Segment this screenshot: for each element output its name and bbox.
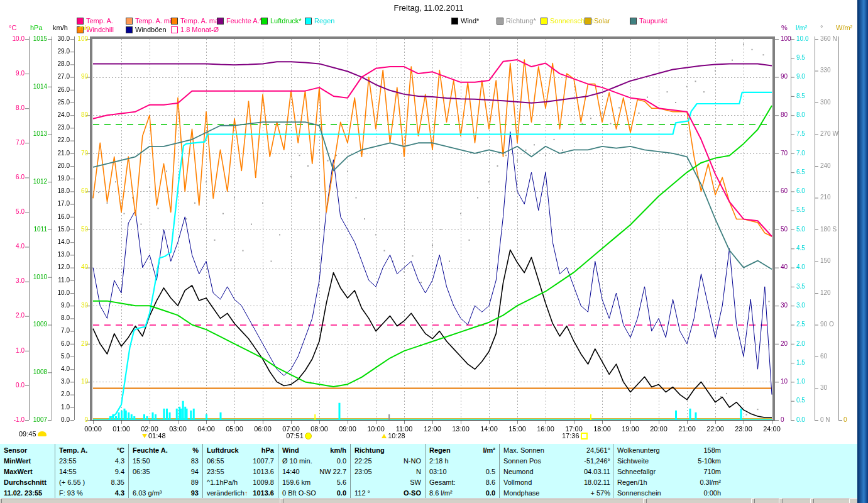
legend-swatch-icon (541, 18, 547, 25)
legend-label: Temp. A. max (180, 17, 222, 25)
row-label: 11.02. 23:55 (4, 488, 42, 499)
legend-label: Taupunkt (639, 17, 667, 25)
legend-label: Temp. A. min (135, 17, 175, 25)
stat-label: 112 ° (354, 488, 370, 499)
legend-item-1-8-monat-: 1.8 Monat-Ø (171, 26, 219, 33)
stat-label: F: 93 % (59, 488, 83, 499)
status-bar-segment (754, 499, 779, 503)
legend-label: Feuchte A.* (226, 17, 262, 25)
day-length: 09:45 (19, 430, 47, 438)
desktop-background-strip (857, 0, 868, 503)
sunrise-icon (305, 433, 312, 439)
moonrise-icon (382, 434, 387, 438)
legend-item-richtung-: Richtung* (497, 17, 536, 25)
sensor-stats-table: SensorMinWertMaxWertDurchschnitt11.02. 2… (0, 444, 857, 498)
page-title: Freitag, 11.02.2011 (0, 3, 857, 13)
stat-value: N-NO (404, 456, 421, 467)
stat-value: 94 (191, 467, 199, 477)
info-value: 158m (703, 445, 721, 456)
stat-label: 6.03 g/m³ (133, 488, 162, 499)
legend-swatch-icon (171, 26, 178, 33)
stat-value: N (416, 467, 421, 477)
stats-column-misc: Wolkenunterg158mSichtweite5-10kmSchneefa… (613, 444, 857, 498)
stat-value: 4.3 (115, 456, 124, 467)
pressure-rising-arrow-icon: ↑ (244, 489, 248, 497)
stats-column-temp: Temp. A.°C23:554.314:559.4(+ 6.55 )8.35F… (55, 444, 129, 498)
stat-label: 15:50 (133, 456, 150, 467)
legend-swatch-icon (171, 18, 178, 25)
legend-item-solar: Solar (585, 17, 610, 25)
legend-swatch-icon (451, 18, 458, 25)
stat-label: veränderlich↑ (207, 488, 248, 499)
sunrise-time: 07:51 (286, 432, 304, 439)
legend-item-windb-en: Windböen (126, 26, 167, 33)
stat-label: 06:35 (133, 467, 150, 477)
stat-value: 4.3 (115, 488, 124, 499)
legend-label: Luftdruck* (270, 17, 302, 25)
stat-label: 159.6 km (282, 477, 310, 488)
stat-value: 8.35 (111, 477, 124, 488)
axis-header-kmh: km/h (53, 24, 68, 31)
stats-column-richtung: Richtung22:25N-NO23:05NSW112 °O-SO (351, 444, 426, 498)
legend-item-temp-a-max: Temp. A. max (171, 17, 222, 25)
stat-label: 14:55 (59, 467, 77, 477)
legend-label: Solar (594, 17, 610, 25)
stat-value: O-SO (404, 488, 421, 499)
stat-label: 06:55 (207, 456, 224, 467)
info-value: 710m (703, 467, 721, 477)
moonset-time: 01:48 (148, 432, 166, 439)
axis-header-: ° (820, 24, 823, 31)
stat-value: 83 (191, 456, 199, 467)
info-label: Sonnenschein (617, 488, 661, 499)
row-label: Durchschnitt (4, 477, 47, 488)
stats-column-wind: Windkm/hØ 10 min.0.014:40NW 22.7159.6 km… (278, 444, 351, 498)
info-value: 5-10km (698, 456, 721, 467)
row-label: Sensor (4, 445, 27, 456)
legend-item-wind-: Wind* (451, 17, 479, 25)
stat-label: 23:55 (59, 456, 77, 467)
annotation-sunrise: 07:51 (286, 432, 312, 439)
stat-value: 0.5 (486, 467, 495, 477)
stat-value: 89 (191, 477, 199, 488)
stat-label: 22:25 (354, 456, 372, 467)
annotation-moonset: 01:48 (142, 432, 166, 439)
sunset-icon (581, 433, 588, 439)
axis-header-min: min (79, 24, 91, 31)
status-bar (0, 499, 859, 503)
info-value: 18.02.11 (584, 477, 610, 488)
row-label: MaxWert (4, 467, 33, 477)
column-unit: hPa (261, 445, 274, 456)
legend-swatch-icon (261, 18, 268, 25)
info-value: 0.3l/m² (700, 477, 721, 488)
info-label: Mondphase (503, 488, 540, 499)
column-title: Luftdruck (207, 445, 239, 456)
info-label: Wolkenunterg (617, 445, 660, 456)
stats-column-feuchte: Feuchte A.%15:508306:3594896.03 g/m³93 (129, 444, 203, 498)
legend-label: Wind* (461, 17, 479, 25)
status-bar-segment (813, 499, 850, 503)
day-length-text: 09:45 (19, 430, 36, 438)
legend-item-feuchte-a-: Feuchte A.* (217, 17, 262, 25)
column-title: Wind (282, 445, 299, 456)
stat-value: 9.4 (115, 467, 124, 477)
stat-label: 23:05 (354, 467, 372, 477)
legend-swatch-icon (305, 18, 312, 25)
info-label: Regen/1h (617, 477, 647, 488)
column-title: Temp. A. (59, 445, 87, 456)
legend-label: 1.8 Monat-Ø (180, 26, 219, 33)
stat-label: Ø 10 min. (282, 456, 312, 467)
stat-label: 2:18 h (429, 456, 449, 467)
axis-header-c: °C (9, 24, 16, 31)
info-label: Max. Sonnen (503, 445, 544, 456)
stat-value: 93 (191, 488, 199, 499)
legend-item-regen: Regen (305, 17, 334, 25)
annotation-moonrise: 10:28 (382, 432, 405, 439)
stat-value: NW 22.7 (319, 467, 346, 477)
legend-label: Richtung* (506, 17, 536, 25)
column-unit: km/h (330, 445, 346, 456)
stat-value: SW (410, 477, 421, 488)
stat-value: 1007.7 (253, 456, 274, 467)
legend-item-taupunkt: Taupunkt (630, 17, 667, 25)
legend-swatch-icon (126, 26, 133, 33)
legend-item-temp-a-min: Temp. A. min (126, 17, 175, 25)
